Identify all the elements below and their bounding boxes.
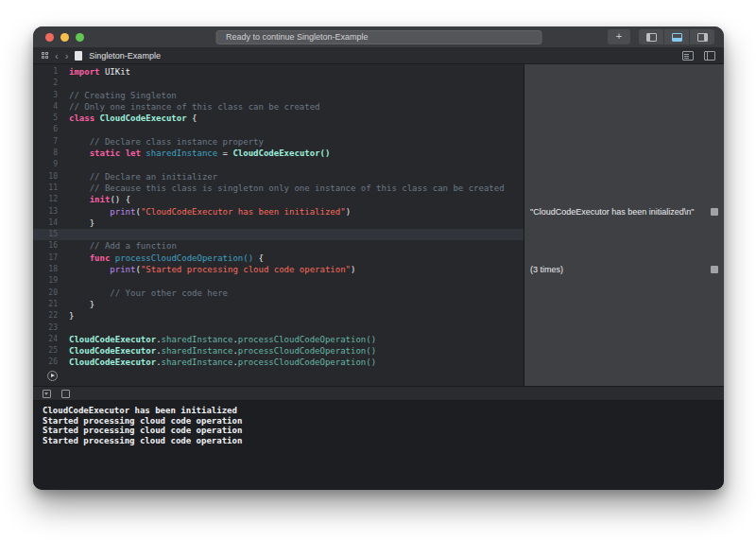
show-result-button[interactable] [711, 208, 718, 216]
code-text: // Because this class is singleton only … [69, 183, 505, 194]
back-button[interactable]: ‹ [55, 48, 59, 63]
code-line[interactable]: 14 } [33, 218, 524, 229]
result-text: "CloudCodeExecutor has been initialized\… [530, 207, 711, 217]
debug-area-panel-icon [672, 33, 682, 42]
code-text: // Declare class instance property [69, 136, 264, 148]
line-number: 13 [33, 206, 58, 218]
code-editor[interactable]: 1import UIKit23// Creating Singleton4// … [33, 64, 524, 386]
code-lines: 1import UIKit23// Creating Singleton4// … [33, 66, 524, 369]
line-number: 5 [33, 113, 58, 124]
code-line[interactable]: 20 // Your other code here [33, 287, 524, 299]
line-number: 19 [33, 275, 58, 287]
toolbar-right: + [608, 29, 714, 44]
code-line[interactable]: 8 static let sharedInstance = CloudCodeE… [33, 148, 524, 159]
code-line[interactable]: 5class CloudCodeExecutor { [33, 113, 524, 124]
activity-status: Ready to continue Singleton-Example [215, 30, 541, 44]
console-output[interactable]: CloudCodeExecutor has been initializedSt… [33, 401, 724, 490]
code-text: } [69, 218, 94, 229]
code-text: init() { [69, 194, 130, 205]
console-line: CloudCodeExecutor has been initialized [43, 406, 724, 416]
code-line[interactable]: 19 [33, 275, 524, 287]
hide-console-button[interactable] [43, 390, 51, 398]
code-text: CloudCodeExecutor.sharedInstance.process… [69, 345, 376, 357]
code-line[interactable]: 9 [33, 159, 524, 170]
code-line[interactable]: 3// Creating Singleton [33, 90, 524, 101]
library-add-button[interactable]: + [608, 29, 630, 44]
playground-file-icon [75, 51, 82, 61]
run-playground-button[interactable] [47, 371, 58, 381]
minimize-button[interactable] [60, 33, 69, 42]
line-number: 10 [33, 171, 58, 183]
navigator-panel-icon [646, 33, 657, 42]
code-line[interactable]: 23 [33, 322, 524, 334]
code-line[interactable]: 13 print("CloudCodeExecutor has been ini… [33, 206, 524, 218]
code-line[interactable]: 21 } [33, 299, 524, 310]
xcode-playground-window: Ready to continue Singleton-Example + ‹ … [33, 26, 724, 490]
code-text: } [69, 310, 74, 322]
document-title[interactable]: Singleton-Example [89, 51, 161, 61]
code-line[interactable]: 22} [33, 310, 524, 322]
show-result-button[interactable] [711, 266, 718, 273]
code-line[interactable]: 24CloudCodeExecutor.sharedInstance.proce… [33, 334, 524, 345]
line-number: 11 [33, 183, 58, 194]
line-number: 1 [33, 66, 58, 78]
code-line[interactable]: 1import UIKit [33, 66, 524, 78]
code-text: CloudCodeExecutor.sharedInstance.process… [69, 334, 376, 345]
code-line[interactable]: 16 // Add a function [33, 240, 524, 252]
result-row: "CloudCodeExecutor has been initialized\… [524, 206, 724, 218]
code-line[interactable]: 4// Only one instance of this class can … [33, 101, 524, 113]
code-line[interactable]: 2 [33, 78, 524, 89]
code-text: // Add a function [69, 240, 177, 252]
line-number: 25 [33, 345, 58, 357]
code-line[interactable]: 6 [33, 124, 524, 135]
forward-button[interactable]: › [65, 48, 69, 63]
code-line[interactable]: 12 init() { [33, 194, 524, 205]
add-editor-button[interactable] [704, 51, 715, 61]
zoom-button[interactable] [76, 33, 84, 42]
line-number: 21 [33, 299, 58, 310]
line-number: 24 [33, 334, 58, 345]
line-number: 26 [33, 357, 58, 368]
code-text: func processCloudCodeOperation() { [69, 253, 264, 264]
code-line[interactable]: 15 [33, 229, 524, 240]
code-text: class CloudCodeExecutor { [69, 113, 197, 124]
line-number: 23 [33, 322, 58, 334]
navigator-toggle-button[interactable] [639, 29, 663, 44]
line-number: 20 [33, 287, 58, 299]
inspector-toggle-button[interactable] [689, 29, 714, 44]
panel-toggle-group [639, 29, 714, 44]
line-number: 3 [33, 90, 58, 101]
play-row [47, 371, 524, 381]
code-line[interactable]: 26CloudCodeExecutor.sharedInstance.proce… [33, 357, 524, 368]
code-line[interactable]: 18 print("Started processing cloud code … [33, 264, 524, 275]
code-line[interactable]: 11 // Because this class is singleton on… [33, 183, 524, 194]
code-text: print("CloudCodeExecutor has been initia… [69, 206, 351, 218]
editor-controls [682, 51, 715, 61]
line-number: 9 [33, 159, 58, 170]
line-number: 12 [33, 194, 58, 205]
code-text: // Only one instance of this class can b… [69, 101, 320, 113]
console-line: Started processing cloud code operation [43, 416, 724, 427]
line-number: 17 [33, 253, 58, 264]
line-number: 7 [33, 136, 58, 148]
code-text: CloudCodeExecutor.sharedInstance.process… [69, 357, 376, 368]
code-line[interactable]: 7 // Declare class instance property [33, 136, 524, 148]
code-text: static let sharedInstance = CloudCodeExe… [69, 148, 330, 159]
activity-status-text: Ready to continue Singleton-Example [226, 32, 369, 42]
line-number: 2 [33, 78, 58, 89]
line-number: 15 [33, 229, 58, 240]
code-line[interactable]: 10 // Declare an initializer [33, 171, 524, 183]
related-items-button[interactable] [42, 52, 48, 59]
line-number: 6 [33, 124, 58, 135]
console-line: Started processing cloud code operation [43, 436, 724, 446]
code-line[interactable]: 17 func processCloudCodeOperation() { [33, 253, 524, 264]
line-number: 8 [33, 148, 58, 159]
editor-options-button[interactable] [682, 51, 694, 61]
code-line[interactable]: 25CloudCodeExecutor.sharedInstance.proce… [33, 345, 524, 357]
code-text: print("Started processing cloud code ope… [69, 264, 355, 275]
code-text: // Creating Singleton [69, 90, 177, 101]
clear-console-button[interactable] [61, 390, 70, 398]
debug-area-toggle-button[interactable] [663, 29, 689, 44]
close-button[interactable] [45, 33, 54, 42]
line-number: 16 [33, 240, 58, 252]
